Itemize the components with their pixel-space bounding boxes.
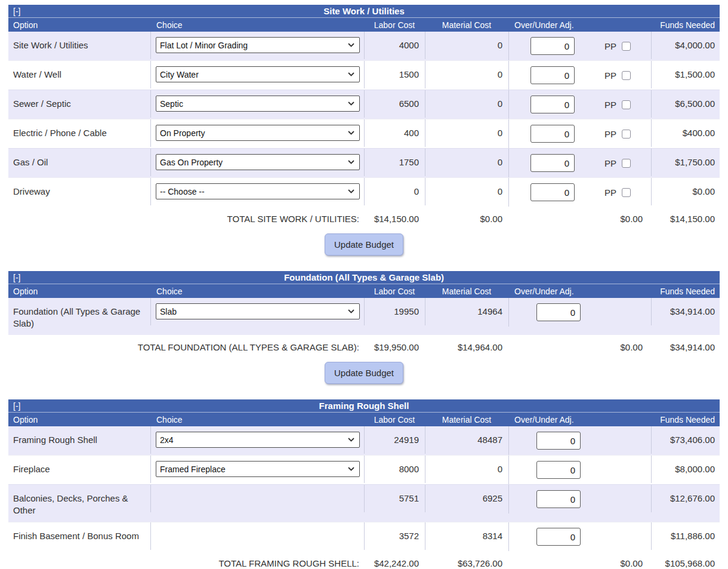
over-under-adj-cell [508, 522, 651, 551]
choice-select[interactable]: Gas On Property [156, 154, 360, 170]
over-under-adj-input[interactable] [536, 490, 581, 508]
over-under-adj-input[interactable] [530, 96, 575, 113]
column-header-over-under-adj: Over/Under Adj. [508, 415, 651, 425]
total-funds-needed: $14,150.00 [651, 214, 720, 224]
over-under-adj-input[interactable] [530, 66, 575, 84]
option-label: Foundation (All Types & Garage Slab) [8, 298, 150, 335]
labor-cost-value: 0 [364, 178, 425, 205]
section-title: Site Work / Utilities [8, 5, 720, 18]
choice-select[interactable]: Septic [156, 96, 360, 112]
collapse-toggle[interactable]: [-] [13, 271, 20, 284]
collapse-toggle[interactable]: [-] [13, 5, 20, 18]
choice-cell: City Water [150, 61, 364, 88]
over-under-adj-input[interactable] [536, 528, 581, 546]
pp-group: PP [604, 41, 631, 51]
column-header-funds-needed: Funds Needed [651, 20, 720, 30]
over-under-adj-input[interactable] [536, 461, 581, 479]
update-budget-button[interactable]: Update Budget [325, 362, 403, 384]
choice-select[interactable]: -- Choose -- [156, 183, 360, 199]
over-under-adj-cell: PP [508, 32, 651, 60]
option-label: Gas / Oil [8, 149, 150, 176]
table-row: Site Work / Utilities Flat Lot / Minor G… [8, 32, 720, 60]
choice-select[interactable]: City Water [156, 66, 360, 82]
pp-checkbox[interactable] [622, 130, 631, 139]
pp-group: PP [604, 129, 631, 139]
section-rows: Foundation (All Types & Garage Slab) Sla… [8, 298, 720, 335]
funds-needed-value: $34,914.00 [651, 298, 720, 325]
column-header-option: Option [8, 415, 150, 425]
column-header-row: Option Choice Labor Cost Material Cost O… [8, 18, 720, 32]
choice-selected-value: Gas On Property [160, 158, 223, 167]
choice-select[interactable]: Slab [156, 303, 360, 319]
choice-selected-value: -- Choose -- [160, 187, 205, 196]
choice-select[interactable]: Framed Fireplace [156, 461, 360, 477]
over-under-adj-input[interactable] [530, 125, 575, 143]
over-under-adj-input[interactable] [536, 432, 581, 450]
pp-label: PP [604, 187, 616, 198]
over-under-adj-input[interactable] [530, 154, 575, 172]
chevron-down-icon [348, 438, 354, 442]
section-total-row: TOTAL FOUNDATION (ALL TYPES & GARAGE SLA… [8, 335, 720, 358]
chevron-down-icon [348, 72, 354, 76]
labor-cost-value: 1750 [364, 149, 425, 176]
over-under-adj-cell [508, 485, 651, 513]
labor-cost-value: 6500 [364, 90, 425, 118]
section-total-row: TOTAL FRAMING ROUGH SHELL: $42,242.00 $6… [8, 551, 720, 569]
column-header-over-under-adj: Over/Under Adj. [508, 287, 651, 296]
option-label: Electric / Phone / Cable [8, 119, 150, 147]
material-cost-value: 0 [425, 456, 508, 483]
budget-section: [-] Foundation (All Types & Garage Slab)… [8, 271, 720, 397]
pp-checkbox[interactable] [622, 71, 631, 80]
pp-checkbox[interactable] [622, 42, 631, 51]
column-header-funds-needed: Funds Needed [651, 415, 720, 425]
labor-cost-value: 4000 [364, 32, 425, 59]
update-budget-button[interactable]: Update Budget [325, 233, 403, 256]
material-cost-value: 0 [425, 90, 508, 118]
funds-needed-value: $1,500.00 [651, 61, 720, 88]
funds-needed-value: $11,886.00 [651, 522, 720, 550]
over-under-adj-input[interactable] [530, 37, 575, 55]
collapse-toggle[interactable]: [-] [13, 399, 20, 413]
choice-cell: Framed Fireplace [150, 456, 364, 483]
choice-select[interactable]: Flat Lot / Minor Grading [156, 37, 360, 53]
pp-checkbox[interactable] [622, 100, 631, 109]
over-under-adj-cell: PP [508, 178, 651, 207]
budget-section: [-] Site Work / Utilities Option Choice … [8, 5, 720, 269]
choice-select[interactable]: On Property [156, 125, 360, 141]
choice-select[interactable]: 2x4 [156, 432, 360, 448]
pp-checkbox[interactable] [622, 159, 631, 168]
material-cost-value: 8314 [425, 522, 508, 550]
pp-label: PP [604, 129, 616, 139]
column-header-option: Option [8, 287, 150, 296]
column-header-labor-cost: Labor Cost [364, 20, 425, 30]
choice-cell: Septic [150, 90, 364, 118]
total-material-cost: $0.00 [425, 214, 508, 224]
column-header-material-cost: Material Cost [425, 20, 508, 30]
over-under-adj-input[interactable] [530, 183, 575, 201]
funds-needed-value: $73,406.00 [651, 426, 720, 454]
choice-selected-value: Framed Fireplace [160, 465, 226, 474]
chevron-down-icon [348, 131, 354, 135]
column-header-labor-cost: Labor Cost [364, 415, 425, 425]
chevron-down-icon [348, 309, 354, 313]
column-header-labor-cost: Labor Cost [364, 287, 425, 296]
pp-label: PP [604, 70, 616, 81]
choice-cell: Slab [150, 298, 364, 325]
table-row: Electric / Phone / Cable On Property 400… [8, 119, 720, 148]
over-under-adj-input[interactable] [536, 303, 581, 321]
table-row: Water / Well City Water 1500 0 PP $1,500… [8, 60, 720, 90]
option-label: Driveway [8, 178, 150, 205]
choice-selected-value: 2x4 [160, 435, 174, 445]
column-header-row: Option Choice Labor Cost Material Cost O… [8, 284, 720, 298]
section-title-bar: [-] Foundation (All Types & Garage Slab) [8, 271, 720, 284]
section-rows: Framing Rough Shell 2x4 24919 48487 $73,… [8, 426, 720, 551]
pp-label: PP [604, 100, 616, 110]
section-title-bar: [-] Site Work / Utilities [8, 5, 720, 18]
pp-checkbox[interactable] [622, 188, 631, 197]
column-header-choice: Choice [150, 287, 364, 296]
section-title: Foundation (All Types & Garage Slab) [8, 271, 720, 284]
budget-page: [-] Site Work / Utilities Option Choice … [8, 5, 720, 569]
pp-label: PP [604, 158, 616, 168]
material-cost-value: 14964 [425, 298, 508, 325]
funds-needed-value: $6,500.00 [651, 90, 720, 118]
